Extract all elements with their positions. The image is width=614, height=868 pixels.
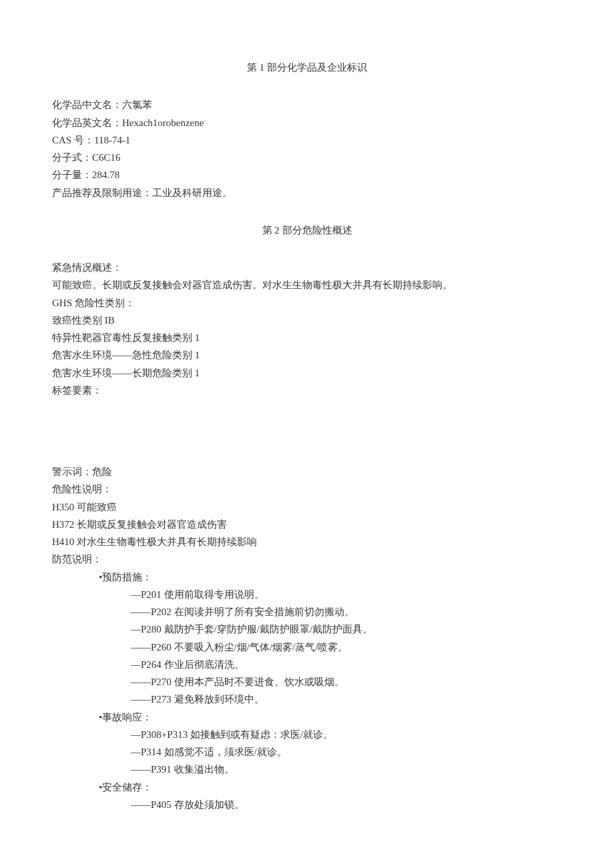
ghs-item: 致癌性类别 IB xyxy=(52,312,562,329)
name-en-label: 化学品英文名： xyxy=(52,117,122,128)
precaution-item: ——P405 存放处须加锁。 xyxy=(52,796,562,813)
ghs-item: 危害水生环境——长期危险类别 1 xyxy=(52,364,562,382)
precaution-item: —P264 作业后彻底清洗。 xyxy=(52,656,562,673)
mw-line: 分子量：284.78 xyxy=(52,166,562,183)
use-label: 产品推荐及限制用途： xyxy=(52,187,152,198)
mw-label: 分子量： xyxy=(52,169,92,180)
precaution-label: 防范说明： xyxy=(52,550,562,568)
hstatement-item: H350 可能致癌 xyxy=(52,498,562,516)
precaution-item: —P308+P313 如接触到或有疑虑：求医/就诊。 xyxy=(52,726,562,743)
precaution-item: ——P270 使用本产品时不要进食、饮水或吸烟。 xyxy=(52,673,562,691)
emergency-label: 紧急情况概述： xyxy=(52,259,562,276)
precaution-item: —P280 戴防护手套/穿防护服/戴防护眼罩/戴防护面具。 xyxy=(52,620,562,638)
name-cn-line: 化学品中文名：六氯苯 xyxy=(52,96,562,113)
ghs-item: 特异性靶器官毒性反复接触类别 1 xyxy=(52,329,562,346)
name-en-line: 化学品英文名：Hexach1orobenzene xyxy=(52,114,562,131)
ghs-label: GHS 危险性类别： xyxy=(52,294,562,312)
use-value: 工业及科研用途。 xyxy=(152,187,232,198)
mw-value: 284.78 xyxy=(92,169,119,180)
signal-label: 警示词： xyxy=(52,466,92,477)
cas-label: CAS 号： xyxy=(52,135,94,145)
label-elements: 标签要素： xyxy=(52,382,562,399)
use-line: 产品推荐及限制用途：工业及科研用途。 xyxy=(52,184,562,201)
identification-block: 化学品中文名：六氯苯 化学品英文名：Hexach1orobenzene CAS … xyxy=(52,96,562,201)
precaution-group-title: •事故响应： xyxy=(52,709,562,726)
name-cn-value: 六氯苯 xyxy=(122,99,152,110)
name-en-value: Hexach1orobenzene xyxy=(122,117,204,128)
precaution-item: ——P391 收集溢出物。 xyxy=(52,761,562,778)
formula-line: 分子式：C6C16 xyxy=(52,149,562,166)
cas-value: 118-74-1 xyxy=(94,135,130,145)
name-cn-label: 化学品中文名： xyxy=(52,99,122,110)
precaution-group-title: •预防措施： xyxy=(52,568,562,586)
hstatement-label: 危险性说明： xyxy=(52,480,562,498)
section1-title: 第 1 部分化学品及企业标识 xyxy=(52,59,562,76)
hstatement-item: H372 长期或反复接触会对器官造成伤害 xyxy=(52,516,562,533)
emergency-text: 可能致癌。长期或反复接触会对器官造成伤害。对水生生物毒性极大并具有长期持续影响。 xyxy=(52,276,562,294)
precaution-item: ——P273 避免释放到环境中。 xyxy=(52,691,562,708)
section2-title: 第 2 部分危险性概述 xyxy=(52,222,562,239)
cas-line: CAS 号：118-74-1 xyxy=(52,131,562,149)
ghs-item: 危害水生环境——急性危险类别 1 xyxy=(52,346,562,364)
precaution-item: ——P202 在阅读并明了所有安全措施前切勿搬动。 xyxy=(52,603,562,620)
signal-value: 危险 xyxy=(92,466,112,477)
hstatement-item: H410 对水生生物毒性极大并具有长期持续影响 xyxy=(52,533,562,550)
hazard-block: 紧急情况概述： 可能致癌。长期或反复接触会对器官造成伤害。对水生生物毒性极大并具… xyxy=(52,259,562,813)
precaution-item: —P314 如感觉不适，须求医/就诊。 xyxy=(52,743,562,761)
precaution-item: —P201 使用前取得专用说明。 xyxy=(52,586,562,603)
precaution-item: ——P260 不要吸入粉尘/烟/气体/烟雾/蒸气/喷雾。 xyxy=(52,638,562,656)
signal-word-line: 警示词：危险 xyxy=(52,463,562,480)
formula-label: 分子式： xyxy=(52,152,92,163)
precaution-group-title: •安全储存： xyxy=(52,779,562,796)
formula-value: C6C16 xyxy=(92,152,121,163)
